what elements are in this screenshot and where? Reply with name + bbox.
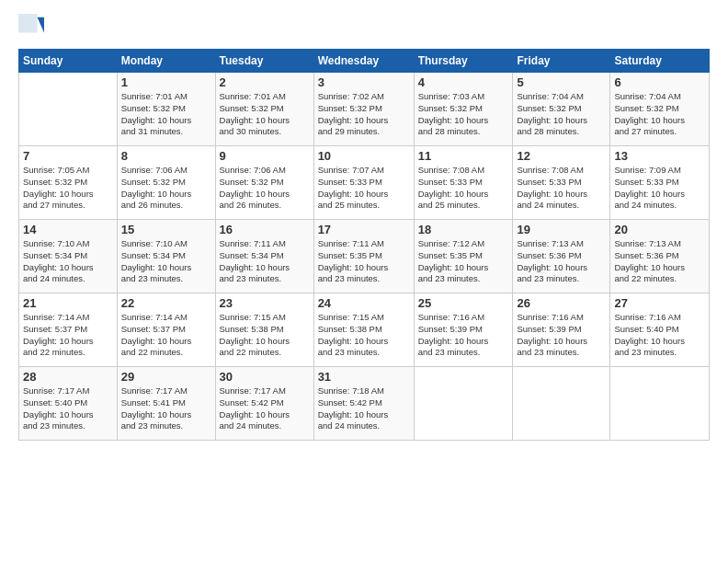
day-info: Sunrise: 7:08 AM Sunset: 5:33 PM Dayligh… [517,165,606,212]
day-info: Sunrise: 7:06 AM Sunset: 5:32 PM Dayligh… [220,165,310,212]
day-number: 6 [614,75,705,89]
day-number: 1 [121,75,211,89]
calendar-cell: 26Sunrise: 7:16 AM Sunset: 5:39 PM Dayli… [513,293,610,367]
header-cell-saturday: Saturday [610,50,710,73]
calendar-cell: 10Sunrise: 7:07 AM Sunset: 5:33 PM Dayli… [313,146,414,220]
calendar-cell: 2Sunrise: 7:01 AM Sunset: 5:32 PM Daylig… [215,73,313,146]
calendar-cell: 23Sunrise: 7:15 AM Sunset: 5:38 PM Dayli… [215,293,313,367]
day-info: Sunrise: 7:13 AM Sunset: 5:36 PM Dayligh… [614,238,705,285]
calendar-cell: 27Sunrise: 7:16 AM Sunset: 5:40 PM Dayli… [610,293,710,367]
logo [18,14,46,40]
day-number: 22 [121,296,211,310]
calendar-table: SundayMondayTuesdayWednesdayThursdayFrid… [18,49,710,441]
calendar-cell: 19Sunrise: 7:13 AM Sunset: 5:36 PM Dayli… [513,220,610,293]
day-number: 14 [23,223,113,236]
week-row-2: 14Sunrise: 7:10 AM Sunset: 5:34 PM Dayli… [19,220,710,293]
day-number: 8 [121,149,211,163]
day-number: 26 [517,296,606,310]
day-info: Sunrise: 7:16 AM Sunset: 5:39 PM Dayligh… [418,312,509,359]
calendar-cell: 17Sunrise: 7:11 AM Sunset: 5:35 PM Dayli… [313,220,414,293]
day-info: Sunrise: 7:07 AM Sunset: 5:33 PM Dayligh… [318,165,410,212]
calendar-cell: 11Sunrise: 7:08 AM Sunset: 5:33 PM Dayli… [414,146,513,220]
day-info: Sunrise: 7:01 AM Sunset: 5:32 PM Dayligh… [121,91,211,138]
calendar-header: SundayMondayTuesdayWednesdayThursdayFrid… [19,50,710,73]
day-info: Sunrise: 7:06 AM Sunset: 5:32 PM Dayligh… [121,165,211,212]
header-cell-thursday: Thursday [414,50,513,73]
day-number: 30 [220,370,310,384]
calendar-cell: 31Sunrise: 7:18 AM Sunset: 5:42 PM Dayli… [313,367,414,441]
day-number: 20 [614,223,705,236]
day-info: Sunrise: 7:16 AM Sunset: 5:39 PM Dayligh… [517,312,606,359]
day-number: 24 [318,296,410,310]
header-cell-sunday: Sunday [19,50,118,73]
calendar-cell: 5Sunrise: 7:04 AM Sunset: 5:32 PM Daylig… [513,73,610,146]
page: SundayMondayTuesdayWednesdayThursdayFrid… [0,0,728,563]
day-number: 11 [418,149,509,163]
logo-icon [18,14,44,40]
day-info: Sunrise: 7:16 AM Sunset: 5:40 PM Dayligh… [614,312,705,359]
calendar-cell: 8Sunrise: 7:06 AM Sunset: 5:32 PM Daylig… [117,146,215,220]
calendar-cell: 6Sunrise: 7:04 AM Sunset: 5:32 PM Daylig… [610,73,710,146]
header-row: SundayMondayTuesdayWednesdayThursdayFrid… [19,50,710,73]
day-number: 3 [318,75,410,89]
calendar-cell: 3Sunrise: 7:02 AM Sunset: 5:32 PM Daylig… [313,73,414,146]
calendar-cell: 1Sunrise: 7:01 AM Sunset: 5:32 PM Daylig… [117,73,215,146]
day-number: 31 [318,370,410,384]
day-info: Sunrise: 7:17 AM Sunset: 5:41 PM Dayligh… [121,385,211,432]
day-info: Sunrise: 7:09 AM Sunset: 5:33 PM Dayligh… [614,165,705,212]
day-number: 4 [418,75,509,89]
day-info: Sunrise: 7:01 AM Sunset: 5:32 PM Dayligh… [220,91,310,138]
day-number: 12 [517,149,606,163]
header-cell-tuesday: Tuesday [215,50,313,73]
day-info: Sunrise: 7:08 AM Sunset: 5:33 PM Dayligh… [418,165,509,212]
day-info: Sunrise: 7:13 AM Sunset: 5:36 PM Dayligh… [517,238,606,285]
day-info: Sunrise: 7:10 AM Sunset: 5:34 PM Dayligh… [121,238,211,285]
day-info: Sunrise: 7:18 AM Sunset: 5:42 PM Dayligh… [318,385,410,432]
day-info: Sunrise: 7:04 AM Sunset: 5:32 PM Dayligh… [614,91,705,138]
week-row-3: 21Sunrise: 7:14 AM Sunset: 5:37 PM Dayli… [19,293,710,367]
calendar-cell: 9Sunrise: 7:06 AM Sunset: 5:32 PM Daylig… [215,146,313,220]
calendar-cell [414,367,513,441]
day-number: 10 [318,149,410,163]
day-number: 19 [517,223,606,236]
day-number: 9 [220,149,310,163]
day-number: 18 [418,223,509,236]
day-info: Sunrise: 7:15 AM Sunset: 5:38 PM Dayligh… [318,312,410,359]
day-info: Sunrise: 7:15 AM Sunset: 5:38 PM Dayligh… [220,312,310,359]
day-number: 27 [614,296,705,310]
svg-rect-1 [18,14,38,33]
day-number: 5 [517,75,606,89]
calendar-cell: 13Sunrise: 7:09 AM Sunset: 5:33 PM Dayli… [610,146,710,220]
header-cell-wednesday: Wednesday [313,50,414,73]
calendar-cell: 15Sunrise: 7:10 AM Sunset: 5:34 PM Dayli… [117,220,215,293]
day-info: Sunrise: 7:17 AM Sunset: 5:42 PM Dayligh… [220,385,310,432]
calendar-cell: 12Sunrise: 7:08 AM Sunset: 5:33 PM Dayli… [513,146,610,220]
week-row-0: 1Sunrise: 7:01 AM Sunset: 5:32 PM Daylig… [19,73,710,146]
calendar-cell: 29Sunrise: 7:17 AM Sunset: 5:41 PM Dayli… [117,367,215,441]
calendar-cell: 14Sunrise: 7:10 AM Sunset: 5:34 PM Dayli… [19,220,118,293]
svg-marker-0 [38,17,44,33]
day-number: 17 [318,223,410,236]
day-info: Sunrise: 7:17 AM Sunset: 5:40 PM Dayligh… [23,385,113,432]
day-info: Sunrise: 7:05 AM Sunset: 5:32 PM Dayligh… [23,165,113,212]
calendar-cell: 28Sunrise: 7:17 AM Sunset: 5:40 PM Dayli… [19,367,118,441]
calendar-cell: 24Sunrise: 7:15 AM Sunset: 5:38 PM Dayli… [313,293,414,367]
day-info: Sunrise: 7:14 AM Sunset: 5:37 PM Dayligh… [121,312,211,359]
day-info: Sunrise: 7:02 AM Sunset: 5:32 PM Dayligh… [318,91,410,138]
calendar-cell [610,367,710,441]
day-info: Sunrise: 7:11 AM Sunset: 5:35 PM Dayligh… [318,238,410,285]
header [18,14,710,40]
header-cell-friday: Friday [513,50,610,73]
calendar-cell: 4Sunrise: 7:03 AM Sunset: 5:32 PM Daylig… [414,73,513,146]
day-info: Sunrise: 7:12 AM Sunset: 5:35 PM Dayligh… [418,238,509,285]
calendar-cell [513,367,610,441]
day-number: 16 [220,223,310,236]
day-info: Sunrise: 7:03 AM Sunset: 5:32 PM Dayligh… [418,91,509,138]
day-info: Sunrise: 7:10 AM Sunset: 5:34 PM Dayligh… [23,238,113,285]
day-number: 29 [121,370,211,384]
day-number: 7 [23,149,113,163]
week-row-4: 28Sunrise: 7:17 AM Sunset: 5:40 PM Dayli… [19,367,710,441]
calendar-body: 1Sunrise: 7:01 AM Sunset: 5:32 PM Daylig… [19,73,710,441]
day-info: Sunrise: 7:11 AM Sunset: 5:34 PM Dayligh… [220,238,310,285]
calendar-cell: 16Sunrise: 7:11 AM Sunset: 5:34 PM Dayli… [215,220,313,293]
